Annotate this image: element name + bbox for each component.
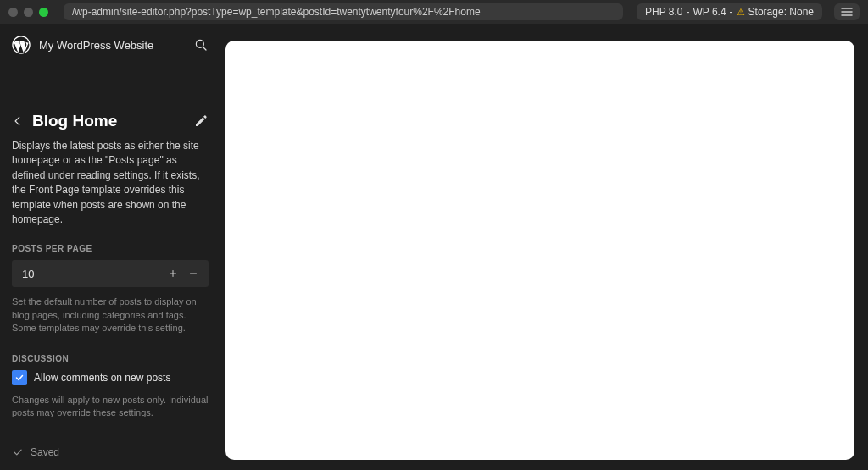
site-header: My WordPress Website <box>0 24 220 66</box>
edit-button[interactable] <box>193 113 209 129</box>
editor-canvas-wrapper <box>220 24 868 470</box>
allow-comments-label: Allow comments on new posts <box>34 372 170 384</box>
back-button[interactable] <box>12 115 24 127</box>
url-bar[interactable]: /wp-admin/site-editor.php?postType=wp_te… <box>64 3 623 20</box>
window-titlebar: /wp-admin/site-editor.php?postType=wp_te… <box>0 0 868 24</box>
wp-version: WP 6.4 <box>693 6 726 18</box>
wordpress-logo-button[interactable] <box>12 36 31 54</box>
hamburger-menu-button[interactable] <box>834 3 860 20</box>
save-status: Saved <box>31 446 59 458</box>
close-window-button[interactable] <box>8 8 18 17</box>
minimize-window-button[interactable] <box>24 8 33 17</box>
env-status-pill[interactable]: PHP 8.0 - WP 6.4 - ⚠ Storage: None <box>637 3 822 20</box>
posts-per-page-value[interactable]: 10 <box>22 268 164 280</box>
search-button[interactable] <box>193 37 209 53</box>
chevron-left-icon <box>12 115 24 127</box>
panel-title: Blog Home <box>32 112 185 130</box>
sidebar: My WordPress Website Blog Home <box>0 24 220 470</box>
template-description: Displays the latest posts as either the … <box>12 139 209 227</box>
wordpress-icon <box>12 36 31 54</box>
posts-per-page-help: Set the default number of posts to displ… <box>12 296 209 335</box>
svg-line-5 <box>203 47 206 50</box>
allow-comments-checkbox[interactable] <box>12 370 27 385</box>
sidebar-footer: Saved <box>0 434 220 470</box>
plus-icon <box>168 268 178 279</box>
hamburger-icon <box>841 8 853 16</box>
allow-comments-row[interactable]: Allow comments on new posts <box>12 370 209 385</box>
maximize-window-button[interactable] <box>39 8 48 17</box>
check-icon <box>12 446 24 458</box>
window-controls <box>8 8 48 17</box>
minus-icon <box>188 268 198 279</box>
discussion-label: DISCUSSION <box>12 354 209 363</box>
site-title[interactable]: My WordPress Website <box>39 39 185 52</box>
panel-header: Blog Home <box>0 97 220 139</box>
editor-canvas[interactable] <box>225 41 854 460</box>
pencil-icon <box>193 113 209 129</box>
posts-per-page-stepper[interactable]: 10 <box>12 260 209 287</box>
discussion-help: Changes will apply to new posts only. In… <box>12 394 209 420</box>
check-icon <box>14 373 25 383</box>
search-icon <box>193 37 209 53</box>
posts-per-page-label: POSTS PER PAGE <box>12 244 209 253</box>
warning-icon: ⚠ <box>737 7 745 18</box>
panel-body: Displays the latest posts as either the … <box>0 139 220 434</box>
url-text: /wp-admin/site-editor.php?postType=wp_te… <box>72 6 481 18</box>
decrement-button[interactable] <box>185 265 202 282</box>
php-version: PHP 8.0 <box>645 6 682 18</box>
increment-button[interactable] <box>164 265 181 282</box>
storage-status: Storage: None <box>748 6 814 18</box>
